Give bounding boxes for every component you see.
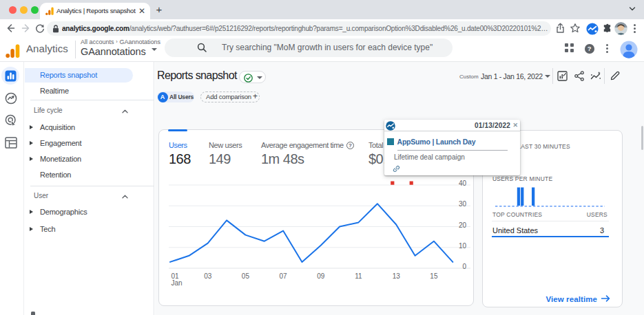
nav-divider: [30, 186, 154, 186]
report-status-button[interactable]: [239, 71, 266, 83]
url-path: /analytics/web/?authuser=6#/p251216292/r…: [129, 25, 548, 32]
svg-text:09: 09: [317, 272, 325, 280]
browser-menu-kebab-icon[interactable]: [634, 24, 636, 33]
page-title: Reports snapshot: [157, 69, 237, 82]
customize-report-icon[interactable]: [557, 71, 568, 81]
svg-text:13: 13: [393, 272, 401, 280]
add-comparison-chip[interactable]: Add comparison +: [200, 91, 260, 102]
svg-text:15: 15: [430, 272, 438, 280]
search-bar[interactable]: Try searching "MoM growth in users for e…: [165, 39, 453, 57]
property-caret-icon: [152, 48, 157, 51]
svg-text:11: 11: [355, 272, 362, 280]
tooltip-divider: [397, 150, 508, 151]
sidebar-item-realtime[interactable]: Realtime: [40, 84, 69, 98]
sidebar-item-reports-snapshot[interactable]: Reports snapshot: [40, 68, 97, 83]
annotation-title[interactable]: AppSumo | Launch Day: [397, 138, 476, 146]
expand-triangle-icon[interactable]: [30, 141, 33, 145]
all-users-chip-label: All Users: [169, 91, 194, 102]
ga-annotations-logo-icon: [386, 121, 395, 131]
analytics-logo-icon[interactable]: [6, 41, 21, 58]
help-icon[interactable]: ?: [585, 44, 594, 54]
top-countries-header: TOP COUNTRIES: [492, 211, 542, 218]
sidebar-item-monetization[interactable]: Monetization: [40, 152, 81, 166]
left-icon-rail: [0, 62, 24, 315]
share-report-icon[interactable]: [574, 71, 584, 81]
back-button[interactable]: [5, 23, 16, 34]
svg-text:30: 30: [459, 200, 467, 208]
view-realtime-link[interactable]: View realtime: [546, 295, 610, 303]
browser-toolbar: analytics.google.com/analytics/web/?auth…: [0, 19, 644, 38]
sidebar-item-retention[interactable]: Retention: [40, 168, 71, 182]
window-zoom-button[interactable]: [31, 6, 39, 14]
main-content: Reports snapshot Custom Jan 1 - Jan 16, …: [155, 62, 644, 315]
scrollbar-thumb[interactable]: [641, 126, 644, 150]
rail-advertising-icon[interactable]: [5, 114, 17, 127]
new-tab-button[interactable]: +: [154, 5, 164, 14]
svg-text:Jan: Jan: [172, 279, 183, 287]
nav-drawer: Reports snapshotRealtimeLife cycleAcquis…: [25, 62, 154, 315]
section-collapse-chevron-icon[interactable]: [122, 109, 128, 113]
rail-reports-icon[interactable]: [5, 70, 17, 82]
edit-pencil-icon[interactable]: [610, 71, 620, 80]
tab-search-chevron-icon[interactable]: [629, 6, 636, 12]
toolbar-divider: [604, 68, 605, 84]
breadcrumb-chevron-icon: ›: [116, 39, 117, 45]
rail-library-icon[interactable]: [5, 137, 17, 149]
sidebar-item-tech[interactable]: Tech: [40, 222, 55, 237]
annotation-link-icon[interactable]: [393, 165, 400, 173]
add-comparison-label: Add comparison: [206, 92, 251, 102]
tab-strip: Analytics | Reports snapshot ✕ +: [0, 0, 644, 19]
nav-divider: [30, 100, 154, 100]
svg-text:20: 20: [459, 221, 467, 229]
date-preset-label: Custom: [459, 74, 479, 80]
share-button[interactable]: [555, 23, 565, 34]
rail-explore-icon[interactable]: [5, 92, 17, 105]
date-range-selector[interactable]: Jan 1 - Jan 16, 2022: [481, 72, 543, 80]
expand-triangle-icon[interactable]: [30, 210, 33, 214]
google-apps-grid-icon[interactable]: [565, 43, 574, 52]
lock-icon[interactable]: [52, 25, 59, 33]
url-host: analytics.google.com: [62, 25, 129, 32]
toolbar-divider: [552, 68, 553, 84]
date-caret-icon: [545, 75, 550, 78]
svg-text:03: 03: [204, 272, 212, 280]
section-collapse-chevron-icon[interactable]: [122, 195, 128, 199]
expand-triangle-icon[interactable]: [30, 227, 33, 231]
analytics-favicon-icon: [45, 7, 54, 15]
tab-title: Analytics | Reports snapshot: [56, 3, 136, 19]
plus-icon: +: [253, 92, 258, 102]
insights-icon[interactable]: [590, 71, 601, 81]
ga-annotations-extension-icon[interactable]: [586, 23, 599, 35]
window-minimize-button[interactable]: [20, 6, 28, 14]
window-close-button[interactable]: [9, 6, 17, 14]
extensions-puzzle-icon[interactable]: [602, 23, 613, 34]
tab-close-icon[interactable]: ✕: [137, 6, 147, 16]
account-avatar[interactable]: [620, 41, 638, 58]
search-placeholder: Try searching "MoM growth in users for e…: [222, 39, 433, 57]
sidebar-item-acquisition[interactable]: Acquisition: [40, 120, 75, 135]
analytics-menu-kebab-icon[interactable]: [606, 44, 608, 53]
bookmark-star-icon[interactable]: [570, 23, 581, 34]
all-users-chip[interactable]: A All Users: [157, 91, 194, 102]
breadcrumb[interactable]: All accounts › GAannotations: [81, 39, 160, 45]
users-column-header: USERS: [587, 211, 607, 218]
status-check-icon: [244, 74, 253, 83]
sidebar-item-demographics[interactable]: Demographics: [40, 205, 87, 219]
svg-text:10: 10: [459, 242, 467, 250]
expand-triangle-icon[interactable]: [30, 157, 33, 161]
expand-triangle-icon[interactable]: [30, 125, 33, 129]
svg-text:05: 05: [242, 272, 250, 280]
nav-collapse-icon[interactable]: [31, 312, 35, 315]
svg-text:40: 40: [459, 180, 467, 187]
forward-button[interactable]: [21, 23, 32, 34]
sidebar-item-engagement[interactable]: Engagement: [40, 136, 81, 151]
property-selector[interactable]: GAannotations: [81, 46, 146, 57]
users-cell: 3: [600, 225, 604, 236]
reload-button[interactable]: [34, 23, 45, 34]
browser-profile-avatar[interactable]: [614, 22, 627, 35]
tooltip-close-icon[interactable]: ✕: [512, 120, 518, 131]
browser-tab[interactable]: Analytics | Reports snapshot ✕: [40, 3, 150, 19]
address-bar[interactable]: analytics.google.com/analytics/web/?auth…: [47, 21, 551, 36]
table-header-divider: [492, 221, 609, 221]
breadcrumb-account: All accounts: [81, 39, 114, 45]
